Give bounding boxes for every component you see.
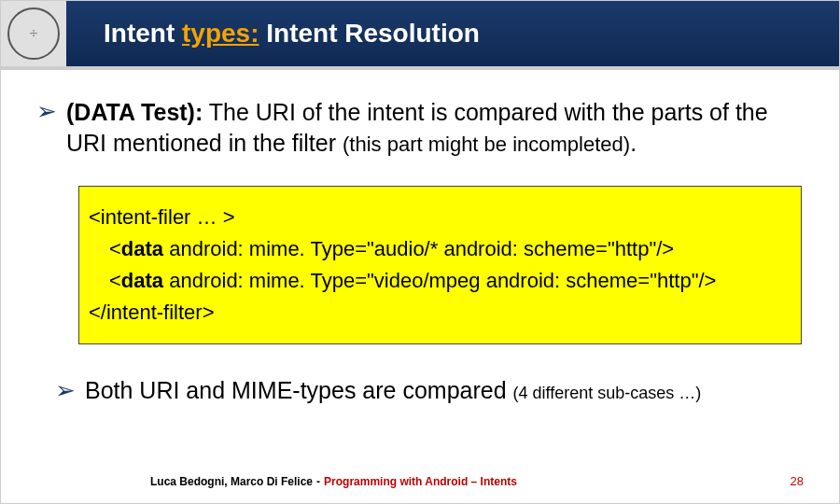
code-line-4: </intent-filter> [89, 297, 791, 329]
content-area: ➢ (DATA Test): The URI of the intent is … [36, 90, 811, 407]
code-line-3-tag: data [121, 269, 163, 292]
bullet-dot: . [630, 130, 637, 156]
footer-authors: Luca Bedogni, Marco Di Felice [150, 475, 313, 488]
code-line-3-rest: android: mime. Type="video/mpeg android:… [163, 269, 716, 292]
slide-title: Intent types: Intent Resolution [104, 19, 480, 49]
footer: Luca Bedogni, Marco Di Felice - Programm… [1, 475, 839, 488]
bullet-2: ➢ Both URI and MIME-types are compared (… [55, 376, 811, 407]
code-box: <intent-filer … > <data android: mime. T… [78, 186, 802, 344]
bullet-marker-icon: ➢ [36, 97, 57, 125]
seal-circle-icon: ☩ [7, 7, 60, 60]
note-paren: (4 different sub-cases …) [513, 384, 702, 402]
bullet-1: ➢ (DATA Test): The URI of the intent is … [36, 97, 811, 160]
header-divider [1, 66, 839, 70]
bullet-lead: (DATA Test): [66, 99, 203, 125]
code-line-2: <data android: mime. Type="audio/* andro… [89, 233, 791, 265]
slide: ☩ Intent types: Intent Resolution ➢ (DAT… [0, 0, 840, 504]
code-line-1: <intent-filer … > [89, 202, 791, 233]
bullet-paren: (this part might be incompleted) [343, 133, 630, 156]
note-text: Both URI and MIME-types are compared (4 … [85, 376, 701, 407]
title-suffix: Intent Resolution [259, 19, 479, 48]
code-line-2-rest: android: mime. Type="audio/* android: sc… [163, 237, 674, 260]
code-line-2-tag: data [121, 237, 163, 260]
note-main: Both URI and MIME-types are compared [85, 377, 513, 403]
bullet-marker-icon: ➢ [55, 376, 76, 404]
title-prefix: Intent [104, 19, 182, 48]
bullet-text: (DATA Test): The URI of the intent is co… [66, 97, 811, 160]
code-line-3: <data android: mime. Type="video/mpeg an… [89, 265, 791, 297]
page-number: 28 [791, 474, 804, 488]
footer-topic: Programming with Android – Intents [324, 475, 517, 488]
footer-dash: - [316, 475, 320, 488]
header-bar: ☩ Intent types: Intent Resolution [1, 1, 839, 66]
code-line-2-pre: < [109, 237, 121, 260]
university-seal-icon: ☩ [1, 1, 66, 66]
title-accent: types: [182, 19, 259, 48]
code-line-3-pre: < [109, 269, 121, 292]
